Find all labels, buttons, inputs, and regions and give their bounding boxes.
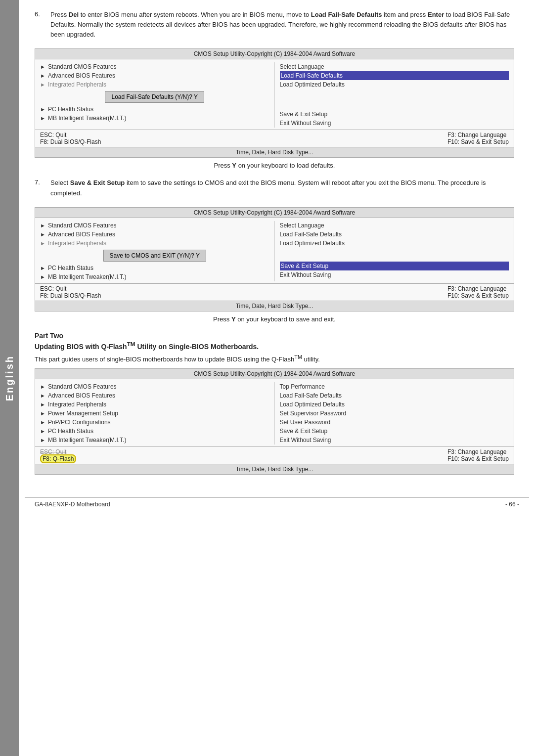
bios2-right-item-6: Exit Without Saving [280, 270, 509, 279]
bios3-footer-left: ESC: Quit F8: Q-Flash [40, 448, 76, 462]
footer-right: - 66 - [505, 501, 519, 508]
step-7: 7. Select Save & Exit Setup item to save… [35, 178, 514, 198]
bios1-right-item-6: Exit Without Saving [280, 119, 509, 128]
bios3-left-item-2: ►Integrated Peripherals [40, 400, 269, 409]
bios1-right-item-2: Load Optimized Defaults [280, 80, 509, 89]
bios3-f3: F3: Change Language [447, 448, 509, 455]
bios1-body: ►Standard CMOS Features ►Advanced BIOS F… [35, 59, 514, 130]
bios3-f10: F10: Save & Exit Setup [447, 455, 509, 462]
bios3-right-item-1: Load Fail-Safe Defaults [280, 391, 509, 400]
bios1-left-item-0: ►Standard CMOS Features [40, 62, 269, 71]
bios3-left-item-1: ►Advanced BIOS Features [40, 391, 269, 400]
step-6: 6. Press Del to enter BIOS menu after sy… [35, 10, 514, 40]
bios3-left-item-0: ►Standard CMOS Features [40, 382, 269, 391]
bios2-f3: F3: Change Language [447, 285, 509, 292]
bios1-f8: F8: Dual BIOS/Q-Flash [40, 138, 101, 145]
bios2-body: ►Standard CMOS Features ►Advanced BIOS F… [35, 218, 514, 283]
bios2-left-item-1: ►Advanced BIOS Features [40, 230, 269, 239]
bios3-footer: ESC: Quit F8: Q-Flash F3: Change Languag… [35, 446, 514, 464]
sidebar-label: English [4, 355, 15, 401]
bios2-left-item-0: ►Standard CMOS Features [40, 221, 269, 230]
bios3-right-item-5: Save & Exit Setup [280, 427, 509, 436]
bios1-dialog: Load Fail-Safe Defaults (Y/N)? Y [105, 91, 204, 103]
part-two-desc: This part guides users of single-BIOS mo… [35, 354, 514, 363]
bios1-right: Select Language Load Fail-Safe Defaults … [275, 62, 514, 128]
part-two-title: Updating BIOS with Q-FlashTM Utility on … [35, 341, 514, 351]
bios2-title: CMOS Setup Utility-Copyright (C) 1984-20… [35, 208, 514, 218]
bios1-right-item-1: Load Fail-Safe Defaults [280, 71, 509, 80]
bios1-left-item-2: ►Integrated Peripherals [40, 80, 269, 89]
bios3-left: ►Standard CMOS Features ►Advanced BIOS F… [35, 382, 275, 445]
bios1-right-item-5: Save & Exit Setup [280, 110, 509, 119]
bios3-left-item-4: ►PnP/PCI Configurations [40, 418, 269, 427]
bios3-left-item-6: ►MB Intelligent Tweaker(M.I.T.) [40, 436, 269, 445]
bios2-dialog: Save to CMOS and EXIT (Y/N)? Y [103, 250, 206, 262]
bios2-f10: F10: Save & Exit Setup [447, 292, 509, 299]
bios-screen-2: CMOS Setup Utility-Copyright (C) 1984-20… [35, 207, 514, 311]
bios2-left: ►Standard CMOS Features ►Advanced BIOS F… [35, 221, 275, 281]
bios3-left-item-3: ►Power Management Setup [40, 409, 269, 418]
bios3-footer-right: F3: Change Language F10: Save & Exit Set… [447, 448, 509, 462]
bios3-left-item-5: ►PC Health Status [40, 427, 269, 436]
bios1-left-item-5: ►PC Health Status [40, 105, 269, 114]
bios3-bottom: Time, Date, Hard Disk Type... [35, 464, 514, 474]
bios3-right: Top Performance Load Fail-Safe Defaults … [275, 382, 514, 445]
bios1-left-item-1: ►Advanced BIOS Features [40, 71, 269, 80]
bios1-f10: F10: Save & Exit Setup [447, 138, 509, 145]
step-6-number: 6. [35, 10, 45, 40]
bios3-right-item-6: Exit Without Saving [280, 436, 509, 445]
part-two-heading: Part Two [35, 332, 514, 340]
bios1-f3: F3: Change Language [447, 132, 509, 138]
bios3-right-item-4: Set User Password [280, 418, 509, 427]
bios3-right-item-3: Set Supervisor Password [280, 409, 509, 418]
bios2-left-item-6: ►MB Intelligent Tweaker(M.I.T.) [40, 272, 269, 281]
bios1-right-item-0: Select Language [280, 62, 509, 71]
bios3-title: CMOS Setup Utility-Copyright (C) 1984-20… [35, 369, 514, 379]
caption-1: Press Y on your keyboard to load default… [35, 162, 514, 169]
bios1-footer-right: F3: Change Language F10: Save & Exit Set… [447, 132, 509, 145]
bios2-esc: ESC: Quit [40, 285, 101, 292]
bios2-footer: ESC: Quit F8: Dual BIOS/Q-Flash F3: Chan… [35, 283, 514, 301]
bios3-right-item-2: Load Optimized Defaults [280, 400, 509, 409]
bios1-dialog-row: Load Fail-Safe Defaults (Y/N)? Y [40, 90, 269, 104]
bios1-footer-left: ESC: Quit F8: Dual BIOS/Q-Flash [40, 132, 101, 145]
bios2-right-item-0: Select Language [280, 221, 509, 230]
bios1-footer: ESC: Quit F8: Dual BIOS/Q-Flash F3: Chan… [35, 130, 514, 147]
bios2-f8: F8: Dual BIOS/Q-Flash [40, 292, 101, 299]
bios2-left-item-5: ►PC Health Status [40, 264, 269, 272]
caption-2: Press Y on your keyboard to save and exi… [35, 315, 514, 323]
bios1-esc: ESC: Quit [40, 132, 101, 138]
bios2-dialog-row: Save to CMOS and EXIT (Y/N)? Y [40, 249, 269, 263]
step-7-text: Select Save & Exit Setup item to save th… [50, 178, 514, 198]
sidebar-english: English [0, 0, 19, 756]
bios2-right: Select Language Load Fail-Safe Defaults … [275, 221, 514, 281]
bios2-bottom: Time, Date, Hard Disk Type... [35, 301, 514, 311]
bios3-right-item-0: Top Performance [280, 382, 509, 391]
bios3-f8: F8: Q-Flash [40, 455, 76, 462]
bios3-body: ►Standard CMOS Features ►Advanced BIOS F… [35, 379, 514, 446]
bios1-left-item-6: ►MB Intelligent Tweaker(M.I.T.) [40, 114, 269, 123]
bios2-right-item-2: Load Optimized Defaults [280, 239, 509, 248]
step-6-text: Press Del to enter BIOS menu after syste… [50, 10, 514, 40]
bios1-bottom: Time, Date, Hard Disk Type... [35, 147, 514, 157]
bios2-left-item-2: ►Integrated Peripherals [40, 239, 269, 248]
bios2-footer-left: ESC: Quit F8: Dual BIOS/Q-Flash [40, 285, 101, 299]
footer-left: GA-8AENXP-D Motherboard [35, 501, 110, 508]
bios1-left: ►Standard CMOS Features ►Advanced BIOS F… [35, 62, 275, 128]
bios-screen-3: CMOS Setup Utility-Copyright (C) 1984-20… [35, 368, 514, 475]
bios1-title: CMOS Setup Utility-Copyright (C) 1984-20… [35, 49, 514, 59]
bios2-footer-right: F3: Change Language F10: Save & Exit Set… [447, 285, 509, 299]
page-footer: GA-8AENXP-D Motherboard - 66 - [25, 497, 529, 511]
bios2-right-item-1: Load Fail-Safe Defaults [280, 230, 509, 239]
bios-screen-1: CMOS Setup Utility-Copyright (C) 1984-20… [35, 48, 514, 158]
step-7-number: 7. [35, 178, 45, 198]
bios2-right-item-5: Save & Exit Setup [280, 262, 509, 270]
